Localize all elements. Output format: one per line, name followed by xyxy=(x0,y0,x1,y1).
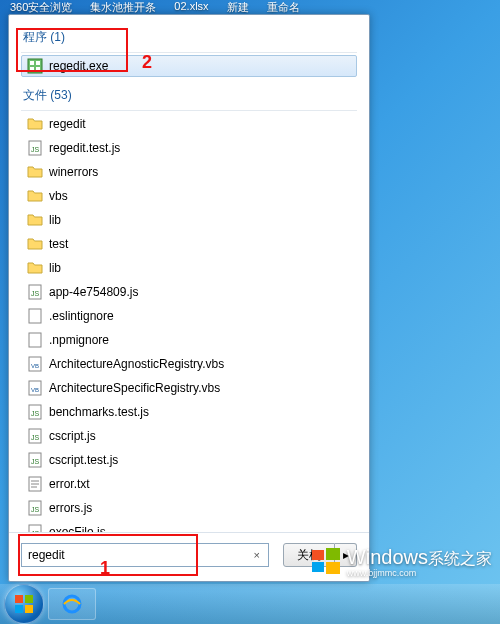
desktop-icon-label[interactable]: 新建 xyxy=(227,0,249,14)
file-result-row[interactable]: JScscript.test.js xyxy=(21,449,357,471)
svg-text:JS: JS xyxy=(31,434,40,441)
taskbar-ie-button[interactable] xyxy=(48,588,96,620)
watermark-suffix: 系统之家 xyxy=(428,550,492,567)
result-label: winerrors xyxy=(49,165,98,179)
txt-icon xyxy=(27,476,43,492)
folder-icon xyxy=(27,236,43,252)
js-icon: JS xyxy=(27,428,43,444)
file-results-list: regeditJSregedit.test.jswinerrorsvbslibt… xyxy=(21,113,357,532)
clear-search-button[interactable]: × xyxy=(250,549,264,561)
file-result-row[interactable]: vbs xyxy=(21,185,357,207)
watermark: Windows系统之家 www.bjjmmc.com xyxy=(311,546,492,578)
svg-rect-39 xyxy=(15,605,23,613)
result-label: .eslintignore xyxy=(49,309,114,323)
desktop-icon-label[interactable]: 02.xlsx xyxy=(174,0,208,14)
file-result-row[interactable]: winerrors xyxy=(21,161,357,183)
js-icon: JS xyxy=(27,500,43,516)
result-label: ArchitectureSpecificRegistry.vbs xyxy=(49,381,220,395)
folder-icon xyxy=(27,188,43,204)
programs-section-header: 程序 (1) xyxy=(21,25,357,53)
files-section-header: 文件 (53) xyxy=(21,83,357,111)
start-button[interactable] xyxy=(4,584,44,624)
result-label: regedit xyxy=(49,117,86,131)
result-label: .npmignore xyxy=(49,333,109,347)
desktop-icon-label[interactable]: 360安全浏览 xyxy=(10,0,72,14)
svg-text:JS: JS xyxy=(31,146,40,153)
file-result-row[interactable]: JSregedit.test.js xyxy=(21,137,357,159)
js-icon: JS xyxy=(27,404,43,420)
watermark-brand: Windows xyxy=(347,546,428,568)
file-result-row[interactable]: test xyxy=(21,233,357,255)
svg-rect-1 xyxy=(30,61,34,65)
svg-text:VB: VB xyxy=(31,387,39,393)
file-icon xyxy=(27,332,43,348)
svg-text:JS: JS xyxy=(31,290,40,297)
js-icon: JS xyxy=(27,452,43,468)
svg-rect-38 xyxy=(25,595,33,603)
svg-rect-9 xyxy=(29,309,41,323)
search-input[interactable] xyxy=(26,546,250,564)
result-label: lib xyxy=(49,213,61,227)
svg-rect-10 xyxy=(29,333,41,347)
svg-rect-37 xyxy=(15,595,23,603)
svg-rect-45 xyxy=(326,562,340,574)
js-icon: JS xyxy=(27,140,43,156)
svg-text:VB: VB xyxy=(31,363,39,369)
file-result-row[interactable]: JScscript.js xyxy=(21,425,357,447)
folder-icon xyxy=(27,212,43,228)
result-label: app-4e754809.js xyxy=(49,285,138,299)
folder-icon xyxy=(27,116,43,132)
result-label: test xyxy=(49,237,68,251)
file-result-row[interactable]: lib xyxy=(21,257,357,279)
result-label: regedit.exe xyxy=(49,59,108,73)
file-result-row[interactable]: .eslintignore xyxy=(21,305,357,327)
result-label: execFile.js xyxy=(49,525,106,532)
svg-rect-43 xyxy=(326,548,340,560)
windows-logo-icon xyxy=(311,547,341,577)
windows-logo-icon xyxy=(13,593,35,615)
regedit-icon xyxy=(27,58,43,74)
svg-rect-40 xyxy=(25,605,33,613)
result-label: ArchitectureAgnosticRegistry.vbs xyxy=(49,357,224,371)
svg-text:JS: JS xyxy=(31,410,40,417)
file-icon xyxy=(27,308,43,324)
desktop-icon-label[interactable]: 集水池推开条 xyxy=(90,0,156,14)
file-result-row[interactable]: JSbenchmarks.test.js xyxy=(21,401,357,423)
taskbar xyxy=(0,584,500,624)
js-icon: JS xyxy=(27,284,43,300)
file-result-row[interactable]: VBArchitectureAgnosticRegistry.vbs xyxy=(21,353,357,375)
desktop-icon-label[interactable]: 重命名 xyxy=(267,0,300,14)
file-result-row[interactable]: error.txt xyxy=(21,473,357,495)
result-label: vbs xyxy=(49,189,68,203)
search-field[interactable]: × xyxy=(21,543,269,567)
file-result-row[interactable]: regedit xyxy=(21,113,357,135)
desktop-icon-row: 360安全浏览 集水池推开条 02.xlsx 新建 重命名 xyxy=(0,0,500,14)
svg-text:JS: JS xyxy=(31,458,40,465)
result-label: errors.js xyxy=(49,501,92,515)
svg-text:JS: JS xyxy=(31,506,40,513)
js-icon: JS xyxy=(27,524,43,532)
watermark-url: www.bjjmmc.com xyxy=(347,568,492,578)
result-label: cscript.test.js xyxy=(49,453,118,467)
result-label: regedit.test.js xyxy=(49,141,120,155)
ie-icon xyxy=(61,593,83,615)
svg-rect-44 xyxy=(312,562,324,572)
program-result-regedit[interactable]: regedit.exe xyxy=(21,55,357,77)
file-result-row[interactable]: JSapp-4e754809.js xyxy=(21,281,357,303)
svg-point-41 xyxy=(64,596,80,612)
file-result-row[interactable]: lib xyxy=(21,209,357,231)
start-menu-search-panel: 程序 (1) regedit.exe 文件 (53) regeditJSrege… xyxy=(8,14,370,582)
svg-rect-2 xyxy=(36,61,40,65)
result-label: cscript.js xyxy=(49,429,96,443)
result-label: benchmarks.test.js xyxy=(49,405,149,419)
result-label: lib xyxy=(49,261,61,275)
file-result-row[interactable]: .npmignore xyxy=(21,329,357,351)
file-result-row[interactable]: JSerrors.js xyxy=(21,497,357,519)
folder-icon xyxy=(27,260,43,276)
vbs-icon: VB xyxy=(27,356,43,372)
file-result-row[interactable]: JSexecFile.js xyxy=(21,521,357,532)
folder-icon xyxy=(27,164,43,180)
file-result-row[interactable]: VBArchitectureSpecificRegistry.vbs xyxy=(21,377,357,399)
svg-rect-3 xyxy=(30,67,34,71)
vbs-icon: VB xyxy=(27,380,43,396)
